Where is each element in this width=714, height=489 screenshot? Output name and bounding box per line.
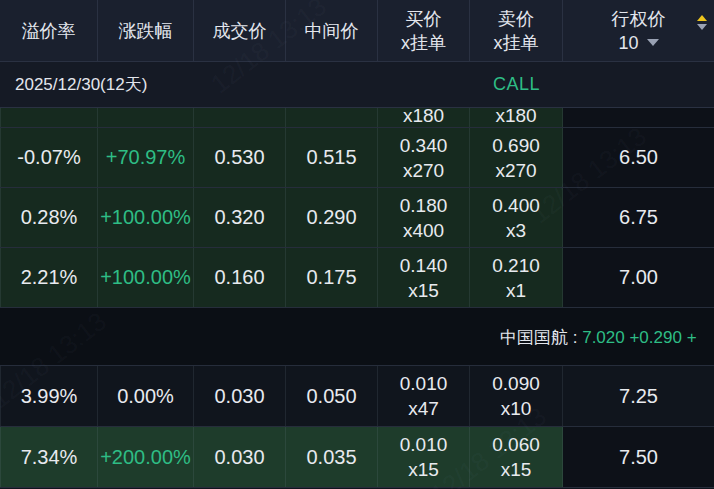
change-cell: +200.00% — [98, 427, 194, 487]
last-price-cell: 0.320 — [194, 188, 286, 247]
separator: : — [568, 327, 582, 346]
premium-cell — [0, 108, 98, 127]
bid-cell: x180 — [378, 108, 470, 127]
ask-cell: 0.400 x3 — [470, 188, 563, 247]
bid-price: 0.010 — [400, 432, 448, 457]
column-header-last-price: 成交价 — [194, 0, 286, 61]
option-row[interactable]: 3.99% 0.00% 0.030 0.050 0.010 x47 0.090 … — [0, 366, 714, 427]
ask-cell: 0.090 x10 — [470, 366, 563, 426]
bid-size: x15 — [408, 457, 439, 482]
column-label: x挂单 — [401, 31, 446, 55]
sort-toggle[interactable] — [697, 15, 707, 30]
ask-cell: 0.690 x270 — [470, 128, 563, 187]
option-row-partial[interactable]: x180 x180 — [0, 108, 714, 128]
column-header-strike: 行权价 10 — [563, 0, 714, 61]
bid-price: 0.010 — [400, 371, 448, 396]
sort-desc-icon — [697, 24, 707, 30]
ask-cell: 0.210 x1 — [470, 248, 563, 307]
column-label: 成交价 — [213, 19, 267, 43]
bid-size: x47 — [408, 396, 439, 421]
ask-size: x180 — [495, 108, 536, 127]
mid-price-cell: 0.035 — [286, 427, 378, 487]
chevron-down-icon — [647, 39, 659, 46]
change-cell: +70.97% — [98, 128, 194, 187]
bid-cell: 0.010 x47 — [378, 366, 470, 426]
premium-cell: 7.34% — [0, 427, 98, 487]
bid-cell: 0.340 x270 — [378, 128, 470, 187]
mid-price-cell: 0.050 — [286, 366, 378, 426]
strike-cell — [563, 108, 714, 127]
premium-cell: 2.21% — [0, 248, 98, 307]
column-header-change: 涨跌幅 — [98, 0, 194, 61]
last-price-cell: 0.030 — [194, 366, 286, 426]
ask-price: 0.210 — [492, 253, 540, 278]
premium-cell: 3.99% — [0, 366, 98, 426]
last-price-cell: 0.530 — [194, 128, 286, 187]
ask-price: 0.090 — [492, 371, 540, 396]
ask-size: x10 — [501, 396, 532, 421]
strike-cell: 7.25 — [563, 366, 714, 426]
strike-count-value: 10 — [618, 31, 638, 55]
strike-cell: 6.75 — [563, 188, 714, 247]
column-label: 溢价率 — [22, 19, 76, 43]
column-label: 行权价 — [612, 7, 666, 31]
ask-price: 0.690 — [492, 133, 540, 158]
bid-size: x15 — [408, 278, 439, 303]
change-cell: 0.00% — [98, 366, 194, 426]
expiry-row[interactable]: 2025/12/30(12天) CALL — [0, 62, 714, 108]
column-header-premium: 溢价率 — [0, 0, 98, 61]
ask-cell: x180 — [470, 108, 563, 127]
strike-count-dropdown[interactable]: 10 — [618, 31, 658, 55]
bid-cell: 0.140 x15 — [378, 248, 470, 307]
bid-cell: 0.010 x15 — [378, 427, 470, 487]
table-header: 溢价率 涨跌幅 成交价 中间价 买价 x挂单 卖价 x挂单 行权价 10 — [0, 0, 714, 62]
option-row[interactable]: -0.07% +70.97% 0.530 0.515 0.340 x270 0.… — [0, 128, 714, 188]
last-price-cell: 0.160 — [194, 248, 286, 307]
column-label: 买价 — [406, 7, 442, 31]
strike-cell: 6.50 — [563, 128, 714, 187]
change-cell: +100.00% — [98, 248, 194, 307]
change-cell — [98, 108, 194, 127]
bid-cell: 0.180 x400 — [378, 188, 470, 247]
last-price-cell — [194, 108, 286, 127]
ask-price: 0.400 — [492, 193, 540, 218]
column-label: x挂单 — [494, 31, 539, 55]
column-header-bid: 买价 x挂单 — [378, 0, 470, 61]
bid-size: x270 — [403, 158, 444, 183]
column-label: 涨跌幅 — [119, 19, 173, 43]
mid-price-cell: 0.175 — [286, 248, 378, 307]
strike-cell: 7.00 — [563, 248, 714, 307]
bid-size: x400 — [403, 218, 444, 243]
bid-size: x180 — [403, 108, 444, 127]
underlying-name: 中国国航 — [500, 327, 568, 346]
ask-cell: 0.060 x15 — [470, 427, 563, 487]
column-header-ask: 卖价 x挂单 — [470, 0, 563, 61]
column-label: 卖价 — [498, 7, 534, 31]
strike-cell: 7.50 — [563, 427, 714, 487]
options-chain-panel: 12/18 13:13 12/18 13:13 12/18 13:13 12/1… — [0, 0, 714, 489]
option-row-highlighted[interactable]: 7.34% +200.00% 0.030 0.035 0.010 x15 0.0… — [0, 427, 714, 488]
sort-asc-icon — [697, 15, 707, 21]
bid-price: 0.140 — [400, 253, 448, 278]
bid-price: 0.180 — [400, 193, 448, 218]
mid-price-cell: 0.290 — [286, 188, 378, 247]
column-header-mid-price: 中间价 — [286, 0, 378, 61]
ask-size: x3 — [506, 218, 526, 243]
underlying-quote-text: 中国国航 : 7.020 +0.290 + — [500, 325, 697, 348]
underlying-quote-banner[interactable]: 中国国航 : 7.020 +0.290 + — [0, 308, 714, 366]
column-label: 中间价 — [305, 19, 359, 43]
option-type-label: CALL — [470, 74, 563, 95]
option-row[interactable]: 0.28% +100.00% 0.320 0.290 0.180 x400 0.… — [0, 188, 714, 248]
ask-size: x270 — [495, 158, 536, 183]
premium-cell: -0.07% — [0, 128, 98, 187]
option-row[interactable]: 2.21% +100.00% 0.160 0.175 0.140 x15 0.2… — [0, 248, 714, 308]
last-price-cell: 0.030 — [194, 427, 286, 487]
premium-cell: 0.28% — [0, 188, 98, 247]
mid-price-cell: 0.515 — [286, 128, 378, 187]
ask-price: 0.060 — [492, 432, 540, 457]
underlying-price-change: 7.020 +0.290 + — [582, 327, 696, 346]
expiry-date: 2025/12/30(12天) — [15, 73, 147, 96]
bid-price: 0.340 — [400, 133, 448, 158]
mid-price-cell — [286, 108, 378, 127]
change-cell: +100.00% — [98, 188, 194, 247]
